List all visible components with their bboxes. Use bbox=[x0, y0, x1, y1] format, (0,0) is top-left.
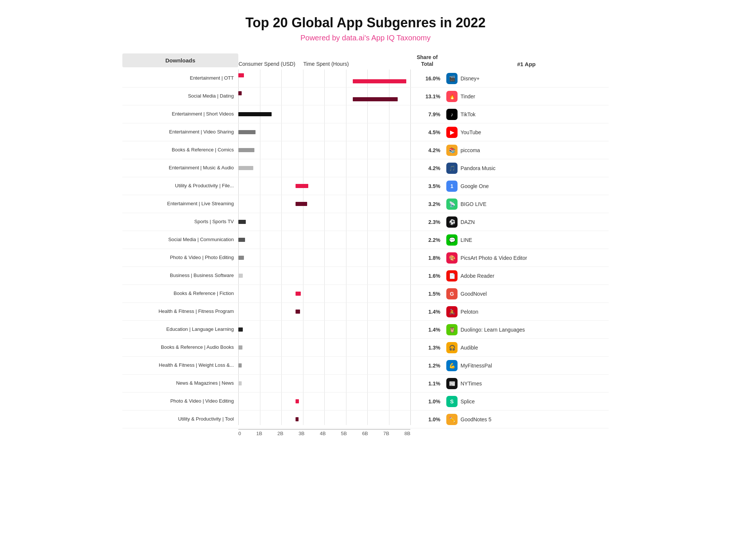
bar bbox=[238, 238, 245, 242]
app-name: Duolingo: Learn Languages bbox=[461, 327, 525, 333]
header-row: Downloads Consumer Spend (USD) Time Spen… bbox=[122, 53, 609, 67]
bar-wrapper bbox=[238, 91, 410, 96]
app-name: PicsArt Photo & Video Editor bbox=[461, 255, 527, 261]
row-label: Social Media | Communication bbox=[122, 237, 238, 243]
bar bbox=[238, 327, 243, 332]
app-icon: 🚴 bbox=[446, 306, 458, 317]
chart-area: Downloads Consumer Spend (USD) Time Spen… bbox=[122, 53, 609, 436]
bar-group bbox=[238, 326, 410, 333]
row-label: Business | Business Software bbox=[122, 273, 238, 279]
bar-wrapper bbox=[238, 273, 410, 278]
table-row: Books & Reference | Comics4.2%📚piccoma bbox=[122, 141, 609, 159]
row-label: Utility & Productivity | File... bbox=[122, 183, 238, 189]
app-icon: 🎧 bbox=[446, 342, 458, 353]
share-cell: 1.2% bbox=[410, 363, 444, 369]
bar-group bbox=[238, 379, 410, 387]
table-row: Business | Business Software1.6%📄Adobe R… bbox=[122, 267, 609, 285]
share-cell: 2.2% bbox=[410, 237, 444, 243]
bar-group bbox=[238, 128, 410, 136]
app-icon: 📰 bbox=[446, 378, 458, 389]
bar bbox=[238, 112, 272, 116]
bar-wrapper bbox=[238, 130, 410, 135]
header-filler bbox=[353, 61, 410, 67]
app-icon: 📡 bbox=[446, 199, 458, 210]
app-icon: ✏️ bbox=[446, 414, 458, 425]
table-row: Social Media | Dating13.1%🔥Tinder bbox=[122, 87, 609, 105]
share-cell: 1.4% bbox=[410, 327, 444, 333]
bar-wrapper bbox=[238, 381, 410, 386]
bar bbox=[296, 310, 300, 314]
app-cell: GGoodNovel bbox=[444, 288, 609, 299]
row-label: Photo & Video | Photo Editing bbox=[122, 255, 238, 261]
row-label: News & Magazines | News bbox=[122, 380, 238, 387]
app-icon: 🎨 bbox=[446, 252, 458, 264]
app-cell: ✏️GoodNotes 5 bbox=[444, 414, 609, 425]
row-label: Books & Reference | Audio Books bbox=[122, 344, 238, 351]
app-cell: ⚽DAZN bbox=[444, 216, 609, 228]
bar-group bbox=[238, 146, 410, 154]
bar-wrapper bbox=[238, 363, 410, 368]
app-name: Pandora Music bbox=[461, 165, 495, 171]
row-label: Entertainment | OTT bbox=[122, 75, 238, 81]
table-row: Photo & Video | Photo Editing1.8%🎨PicsAr… bbox=[122, 249, 609, 267]
col-header-spend: Consumer Spend (USD) bbox=[238, 61, 296, 67]
main-title: Top 20 Global App Subgenres in 2022 bbox=[122, 15, 609, 31]
table-row: Entertainment | Music & Audio4.2%🎵Pandor… bbox=[122, 159, 609, 177]
axis-area: 0 1B 2B 3B 4B 5B 6B 7B 8B bbox=[122, 429, 609, 436]
app-name: Google One bbox=[461, 183, 489, 189]
bar-group bbox=[238, 308, 410, 316]
app-cell: 🎬Disney+ bbox=[444, 73, 609, 84]
header-bars-area: Consumer Spend (USD) Time Spent (Hours) bbox=[238, 61, 410, 67]
app-cell: 🦉Duolingo: Learn Languages bbox=[444, 324, 609, 335]
bar-group bbox=[238, 272, 410, 280]
bar-group bbox=[238, 397, 410, 405]
row-label: Utility & Productivity | Tool bbox=[122, 416, 238, 422]
table-row: News & Magazines | News1.1%📰NYTimes bbox=[122, 375, 609, 393]
bar-wrapper bbox=[238, 291, 410, 296]
app-icon: 💬 bbox=[446, 234, 458, 246]
main-container: Top 20 Global App Subgenres in 2022 Powe… bbox=[122, 15, 609, 436]
bar bbox=[238, 73, 244, 77]
share-cell: 13.1% bbox=[410, 93, 444, 99]
bar-wrapper bbox=[238, 97, 410, 102]
bar bbox=[238, 381, 242, 385]
bar-wrapper bbox=[238, 417, 410, 422]
bar-wrapper bbox=[238, 201, 410, 206]
table-row: Health & Fitness | Weight Loss &...1.2%💪… bbox=[122, 357, 609, 375]
bar-wrapper bbox=[238, 112, 410, 117]
table-row: Books & Reference | Audio Books1.3%🎧Audi… bbox=[122, 339, 609, 357]
bar-wrapper bbox=[238, 73, 410, 78]
app-cell: 🎧Audible bbox=[444, 342, 609, 353]
bar-group bbox=[238, 290, 410, 298]
bar bbox=[238, 130, 256, 134]
app-name: Peloton bbox=[461, 309, 478, 315]
table-row: Books & Reference | Fiction1.5%GGoodNove… bbox=[122, 285, 609, 303]
app-name: MyFitnessPal bbox=[461, 363, 492, 369]
app-icon: ♪ bbox=[446, 109, 458, 120]
bar bbox=[238, 274, 243, 278]
row-label: Sports | Sports TV bbox=[122, 219, 238, 225]
bar-group bbox=[238, 182, 410, 190]
share-cell: 4.2% bbox=[410, 165, 444, 171]
app-icon: 1 bbox=[446, 181, 458, 192]
bar-group bbox=[238, 218, 410, 226]
col-header-downloads: Downloads bbox=[122, 53, 238, 67]
app-icon: S bbox=[446, 396, 458, 407]
share-cell: 1.3% bbox=[410, 345, 444, 351]
share-cell: 16.0% bbox=[410, 76, 444, 81]
app-cell: 1Google One bbox=[444, 181, 609, 192]
bar-group bbox=[238, 254, 410, 262]
app-cell: 🎨PicsArt Photo & Video Editor bbox=[444, 252, 609, 264]
app-name: Adobe Reader bbox=[461, 273, 494, 279]
row-label: Books & Reference | Comics bbox=[122, 147, 238, 153]
title-section: Top 20 Global App Subgenres in 2022 Powe… bbox=[122, 15, 609, 42]
app-name: YouTube bbox=[461, 129, 481, 135]
share-cell: 1.5% bbox=[410, 291, 444, 297]
share-cell: 4.2% bbox=[410, 147, 444, 153]
bar-wrapper bbox=[238, 237, 410, 242]
bar-wrapper bbox=[238, 327, 410, 332]
row-label: Entertainment | Live Streaming bbox=[122, 201, 238, 207]
bar-group bbox=[238, 344, 410, 351]
app-icon: G bbox=[446, 288, 458, 299]
bar bbox=[238, 256, 244, 260]
